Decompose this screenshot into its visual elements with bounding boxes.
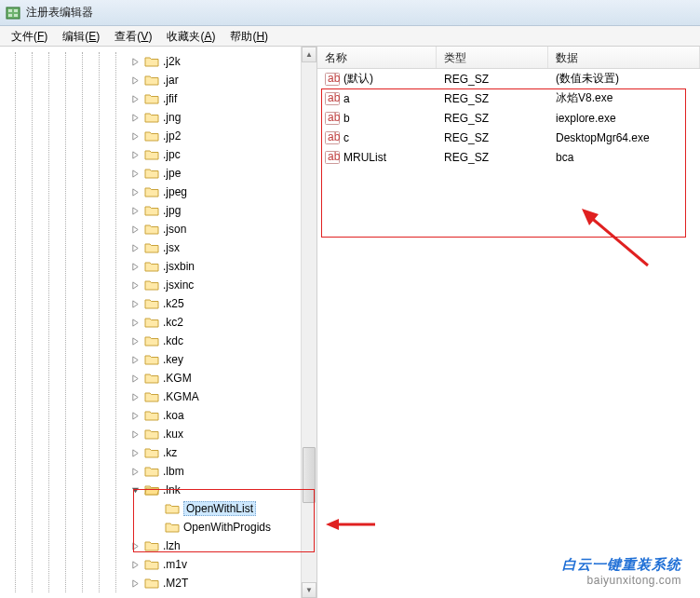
- tree-node[interactable]: .lbm: [0, 462, 316, 481]
- collapse-toggle-icon[interactable]: [130, 485, 141, 496]
- scroll-thumb[interactable]: [303, 447, 316, 503]
- expand-toggle-icon[interactable]: [130, 374, 141, 384]
- col-header-data[interactable]: 数据: [548, 47, 700, 68]
- tree-node-label: .json: [163, 223, 186, 236]
- tree-node[interactable]: .koa: [0, 406, 316, 425]
- tree-node[interactable]: .jng: [0, 108, 316, 127]
- tree-node[interactable]: OpenWithProgids: [0, 518, 316, 537]
- folder-icon: [144, 55, 159, 68]
- tree-node-label: .jsxbin: [163, 260, 195, 273]
- tree-node[interactable]: .kdc: [0, 332, 316, 350]
- expand-toggle-icon[interactable]: [130, 560, 141, 570]
- col-header-name[interactable]: 名称: [317, 47, 437, 68]
- value-row[interactable]: aREG_SZ冰焰V8.exe: [317, 88, 700, 108]
- tree-scrollbar[interactable]: ▲ ▼: [301, 47, 316, 598]
- tree-node[interactable]: .k25: [0, 294, 316, 313]
- folder-icon: [144, 92, 159, 105]
- tree-node[interactable]: .kux: [0, 425, 316, 443]
- tree-node[interactable]: .jsx: [0, 238, 316, 257]
- tree-node[interactable]: .lnk: [0, 481, 316, 499]
- expand-toggle-icon[interactable]: [130, 578, 141, 589]
- value-row[interactable]: MRUListREG_SZbca: [317, 147, 700, 167]
- expand-toggle-icon[interactable]: [130, 150, 141, 160]
- values-list[interactable]: (默认)REG_SZ(数值未设置)aREG_SZ冰焰V8.exebREG_SZi…: [317, 69, 700, 167]
- tree-node[interactable]: OpenWithList: [0, 499, 316, 518]
- folder-icon: [144, 577, 159, 590]
- tree-node[interactable]: .jpeg: [0, 183, 316, 201]
- expand-toggle-icon[interactable]: [130, 280, 141, 291]
- string-value-icon: [325, 72, 340, 87]
- expand-toggle-icon[interactable]: [130, 336, 141, 347]
- tree-node[interactable]: .lzh: [0, 537, 316, 555]
- expand-toggle-icon[interactable]: [130, 94, 141, 104]
- tree-node[interactable]: .jpe: [0, 164, 316, 183]
- svg-rect-3: [14, 9, 18, 12]
- tree-node[interactable]: .m1v: [0, 555, 316, 574]
- expand-toggle-icon[interactable]: [130, 355, 141, 365]
- expand-toggle-icon[interactable]: [130, 299, 141, 309]
- tree-node[interactable]: .key: [0, 350, 316, 369]
- expand-toggle-icon[interactable]: [130, 75, 141, 86]
- expand-toggle-icon[interactable]: [130, 224, 141, 235]
- value-type: REG_SZ: [437, 131, 548, 144]
- expand-toggle-icon[interactable]: [130, 411, 141, 421]
- menu-file[interactable]: 文件(F): [4, 26, 55, 46]
- tree-node[interactable]: .KGM: [0, 369, 316, 387]
- tree-node[interactable]: .jfif: [0, 89, 316, 108]
- tree-node[interactable]: .jpc: [0, 145, 316, 164]
- folder-icon: [144, 185, 159, 198]
- expand-toggle-icon[interactable]: [130, 448, 141, 458]
- value-row[interactable]: cREG_SZDesktopMgr64.exe: [317, 128, 700, 147]
- tree-node[interactable]: .jsxbin: [0, 257, 316, 276]
- value-data: iexplore.exe: [548, 112, 700, 125]
- scroll-up-button[interactable]: ▲: [302, 47, 316, 62]
- col-header-type[interactable]: 类型: [437, 47, 548, 68]
- expand-toggle-icon[interactable]: [130, 429, 141, 440]
- tree-node[interactable]: .kz: [0, 443, 316, 462]
- tree-node-label: .jp2: [163, 129, 181, 143]
- tree-node[interactable]: .jar: [0, 71, 316, 89]
- folder-icon: [144, 148, 159, 161]
- menu-help[interactable]: 帮助(H): [222, 26, 276, 46]
- expand-toggle-icon[interactable]: [130, 262, 141, 272]
- expand-toggle-icon[interactable]: [130, 57, 141, 67]
- registry-tree[interactable]: .j2k.jar.jfif.jng.jp2.jpc.jpe.jpeg.jpg.j…: [0, 52, 316, 592]
- tree-node-label: .lbm: [163, 465, 184, 478]
- expand-toggle-icon[interactable]: [130, 392, 141, 402]
- tree-node-label: .jpeg: [163, 185, 187, 198]
- expand-toggle-icon[interactable]: [130, 169, 141, 179]
- tree-node[interactable]: .kc2: [0, 313, 316, 332]
- window-title: 注册表编辑器: [26, 5, 93, 20]
- value-row[interactable]: bREG_SZiexplore.exe: [317, 108, 700, 128]
- expand-toggle-icon[interactable]: [130, 113, 141, 123]
- expand-toggle-icon[interactable]: [130, 467, 141, 477]
- folder-icon: [144, 558, 159, 571]
- value-name: a: [343, 92, 350, 105]
- menu-favorites[interactable]: 收藏夹(A): [159, 26, 222, 46]
- folder-icon: [144, 409, 159, 422]
- expand-toggle-icon[interactable]: [130, 243, 141, 253]
- tree-node[interactable]: .j2k: [0, 52, 316, 71]
- tree-node[interactable]: .jp2: [0, 127, 316, 145]
- menu-edit[interactable]: 编辑(E): [55, 26, 107, 46]
- tree-node[interactable]: .json: [0, 220, 316, 238]
- tree-node-label: .kc2: [163, 316, 183, 329]
- folder-icon: [144, 167, 159, 180]
- tree-node-label: .jng: [163, 111, 181, 124]
- tree-node-label: .koa: [163, 409, 184, 422]
- svg-line-5: [589, 216, 648, 265]
- menu-view[interactable]: 查看(V): [107, 26, 159, 46]
- tree-node[interactable]: .jsxinc: [0, 276, 316, 294]
- tree-node[interactable]: .jpg: [0, 201, 316, 220]
- folder-icon: [144, 74, 159, 87]
- expand-toggle-icon[interactable]: [130, 206, 141, 216]
- tree-node[interactable]: .KGMA: [0, 387, 316, 406]
- value-type: REG_SZ: [437, 92, 548, 105]
- expand-toggle-icon[interactable]: [130, 541, 141, 551]
- expand-toggle-icon[interactable]: [130, 187, 141, 197]
- value-row[interactable]: (默认)REG_SZ(数值未设置): [317, 69, 700, 88]
- expand-toggle-icon[interactable]: [130, 318, 141, 328]
- expand-toggle-icon[interactable]: [130, 131, 141, 142]
- tree-node[interactable]: .M2T: [0, 574, 316, 592]
- scroll-down-button[interactable]: ▼: [302, 582, 316, 598]
